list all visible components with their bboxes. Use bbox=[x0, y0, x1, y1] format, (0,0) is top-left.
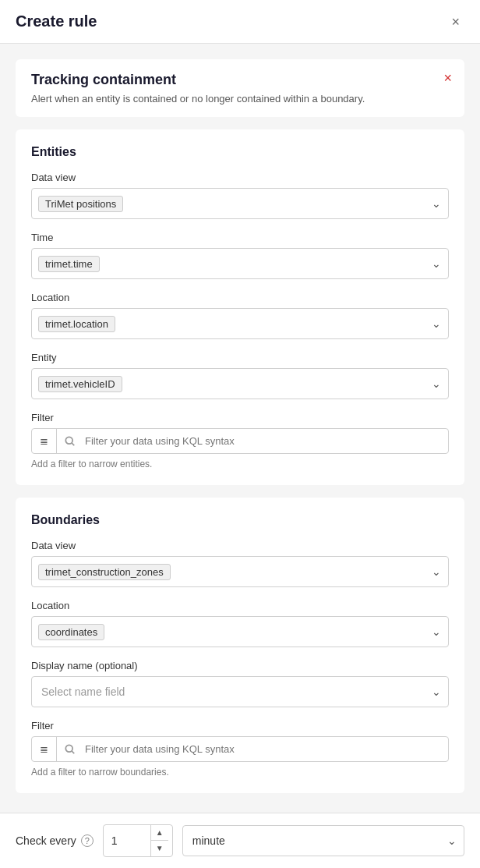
check-every-number-wrapper: ▲ ▼ bbox=[103, 824, 173, 857]
entities-location-group: Location trimet.location ⌄ bbox=[31, 292, 449, 339]
boundaries-filter-label: Filter bbox=[31, 720, 449, 732]
entities-entity-wrapper: trimet.vehicleID ⌄ bbox=[31, 368, 449, 399]
boundaries-search-icon bbox=[57, 738, 82, 761]
boundaries-data-view-tag: trimet_construction_zones bbox=[38, 564, 171, 580]
entities-filter-icon: ≣ bbox=[40, 435, 48, 447]
entities-filter-helper: Add a filter to narrow entities. bbox=[31, 459, 449, 469]
boundaries-data-view-wrapper: trimet_construction_zones ⌄ bbox=[31, 556, 449, 587]
number-spinners: ▲ ▼ bbox=[150, 825, 168, 856]
boundaries-location-wrapper: coordinates ⌄ bbox=[31, 616, 449, 647]
entities-location-select[interactable]: trimet.location bbox=[31, 308, 449, 339]
svg-point-2 bbox=[65, 745, 72, 752]
boundaries-display-name-label: Display name (optional) bbox=[31, 660, 449, 671]
entities-data-view-wrapper: TriMet positions ⌄ bbox=[31, 188, 449, 219]
entities-filter-input[interactable] bbox=[82, 429, 448, 453]
entities-filter-toggle-button[interactable]: ≣ bbox=[32, 429, 57, 453]
entities-data-view-label: Data view bbox=[31, 172, 449, 183]
entities-time-label: Time bbox=[31, 232, 449, 243]
entities-data-view-tag: TriMet positions bbox=[38, 196, 123, 212]
entities-location-wrapper: trimet.location ⌄ bbox=[31, 308, 449, 339]
boundaries-location-label: Location bbox=[31, 600, 449, 611]
check-every-unit-select[interactable]: second minute hour day bbox=[182, 825, 464, 856]
entities-location-label: Location bbox=[31, 292, 449, 303]
modal-title: Create rule bbox=[16, 12, 97, 30]
check-every-info-icon[interactable]: ? bbox=[81, 834, 94, 847]
modal-body: Tracking containment Alert when an entit… bbox=[0, 44, 480, 809]
entities-entity-label: Entity bbox=[31, 352, 449, 363]
entities-data-view-group: Data view TriMet positions ⌄ bbox=[31, 172, 449, 219]
entities-time-select[interactable]: trimet.time bbox=[31, 248, 449, 279]
entities-search-icon bbox=[57, 430, 82, 453]
boundaries-card: Boundaries Data view trimet_construction… bbox=[16, 498, 464, 793]
entities-time-wrapper: trimet.time ⌄ bbox=[31, 248, 449, 279]
check-every-text: Check every bbox=[16, 834, 76, 847]
spinner-down-button[interactable]: ▼ bbox=[151, 841, 168, 856]
check-every-unit-wrapper: second minute hour day ⌄ bbox=[182, 825, 464, 856]
entities-card: Entities Data view TriMet positions ⌄ Ti… bbox=[16, 129, 464, 485]
entities-entity-group: Entity trimet.vehicleID ⌄ bbox=[31, 352, 449, 399]
entities-time-tag: trimet.time bbox=[38, 256, 100, 272]
entities-filter-group: Filter ≣ Add a filter to narrow entities… bbox=[31, 412, 449, 469]
check-every-number-input[interactable] bbox=[104, 828, 150, 853]
alert-title: Tracking containment bbox=[31, 72, 449, 88]
svg-line-1 bbox=[72, 443, 74, 445]
alert-close-button[interactable]: × bbox=[443, 70, 452, 87]
boundaries-filter-toggle-button[interactable]: ≣ bbox=[32, 737, 57, 761]
entities-time-group: Time trimet.time ⌄ bbox=[31, 232, 449, 279]
modal-close-button[interactable]: × bbox=[446, 13, 464, 30]
boundaries-data-view-select[interactable]: trimet_construction_zones bbox=[31, 556, 449, 587]
entities-entity-select[interactable]: trimet.vehicleID bbox=[31, 368, 449, 399]
boundaries-section-title: Boundaries bbox=[31, 513, 449, 527]
entities-entity-tag: trimet.vehicleID bbox=[38, 376, 122, 392]
boundaries-data-view-label: Data view bbox=[31, 540, 449, 551]
boundaries-display-name-wrapper: Select name field ⌄ bbox=[31, 676, 449, 707]
boundaries-filter-icon: ≣ bbox=[40, 743, 48, 755]
entities-filter-row: ≣ bbox=[31, 428, 449, 454]
svg-line-3 bbox=[72, 751, 74, 753]
bottom-bar: Check every ? ▲ ▼ second minute hour day… bbox=[0, 813, 480, 868]
svg-point-0 bbox=[65, 437, 72, 444]
boundaries-filter-input[interactable] bbox=[82, 737, 448, 761]
entities-section-title: Entities bbox=[31, 145, 449, 159]
entities-location-tag: trimet.location bbox=[38, 316, 115, 332]
spinner-up-button[interactable]: ▲ bbox=[151, 825, 168, 841]
boundaries-location-select[interactable]: coordinates bbox=[31, 616, 449, 647]
boundaries-display-name-group: Display name (optional) Select name fiel… bbox=[31, 660, 449, 707]
entities-data-view-select[interactable]: TriMet positions bbox=[31, 188, 449, 219]
alert-section: Tracking containment Alert when an entit… bbox=[16, 59, 464, 117]
boundaries-display-name-select[interactable]: Select name field bbox=[31, 676, 449, 707]
boundaries-location-tag: coordinates bbox=[38, 624, 104, 640]
check-every-label: Check every ? bbox=[16, 834, 94, 847]
boundaries-filter-helper: Add a filter to narrow boundaries. bbox=[31, 767, 449, 778]
boundaries-filter-group: Filter ≣ Add a filter to narrow boundari… bbox=[31, 720, 449, 778]
boundaries-data-view-group: Data view trimet_construction_zones ⌄ bbox=[31, 540, 449, 587]
boundaries-location-group: Location coordinates ⌄ bbox=[31, 600, 449, 647]
entities-filter-label: Filter bbox=[31, 412, 449, 423]
boundaries-filter-row: ≣ bbox=[31, 736, 449, 762]
modal-header: Create rule × bbox=[0, 0, 480, 44]
alert-description: Alert when an entity is contained or no … bbox=[31, 93, 449, 105]
